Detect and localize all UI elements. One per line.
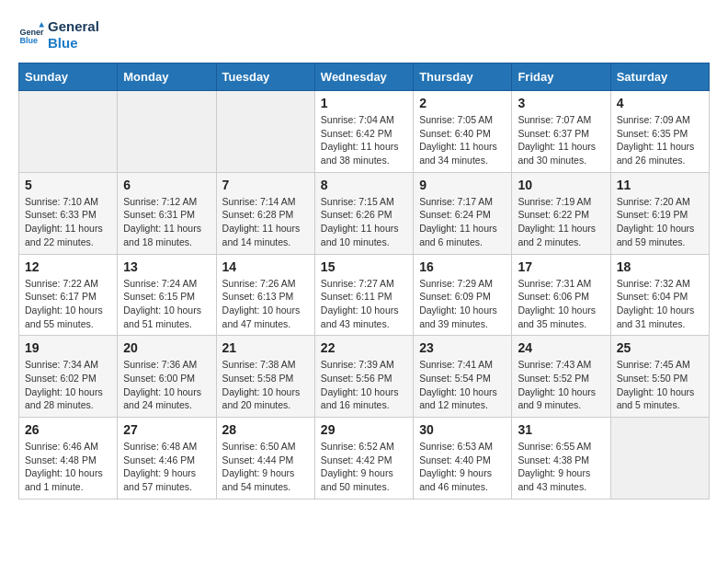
day-info: Sunrise: 7:04 AM Sunset: 6:42 PM Dayligh… xyxy=(321,113,407,167)
calendar-cell: 16Sunrise: 7:29 AM Sunset: 6:09 PM Dayli… xyxy=(414,254,512,336)
day-info: Sunrise: 6:46 AM Sunset: 4:48 PM Dayligh… xyxy=(25,440,111,494)
day-number: 8 xyxy=(321,178,407,192)
day-number: 24 xyxy=(518,340,604,355)
day-info: Sunrise: 7:22 AM Sunset: 6:17 PM Dayligh… xyxy=(25,277,111,331)
logo: General Blue General Blue xyxy=(18,18,99,52)
calendar-cell: 31Sunrise: 6:55 AM Sunset: 4:38 PM Dayli… xyxy=(512,418,610,500)
calendar-cell: 26Sunrise: 6:46 AM Sunset: 4:48 PM Dayli… xyxy=(19,418,118,500)
day-number: 28 xyxy=(222,422,309,437)
day-number: 10 xyxy=(518,178,604,192)
calendar-cell: 21Sunrise: 7:38 AM Sunset: 5:58 PM Dayli… xyxy=(216,336,314,418)
day-number: 25 xyxy=(617,340,703,355)
day-info: Sunrise: 7:15 AM Sunset: 6:26 PM Dayligh… xyxy=(321,195,407,249)
day-info: Sunrise: 7:05 AM Sunset: 6:40 PM Dayligh… xyxy=(419,113,506,167)
logo-text: General xyxy=(48,18,99,35)
day-info: Sunrise: 7:20 AM Sunset: 6:19 PM Dayligh… xyxy=(617,195,703,249)
day-info: Sunrise: 7:34 AM Sunset: 6:02 PM Dayligh… xyxy=(25,358,111,412)
day-info: Sunrise: 7:17 AM Sunset: 6:24 PM Dayligh… xyxy=(419,195,506,249)
calendar-cell: 13Sunrise: 7:24 AM Sunset: 6:15 PM Dayli… xyxy=(118,254,216,336)
day-number: 16 xyxy=(419,259,506,274)
day-info: Sunrise: 7:14 AM Sunset: 6:28 PM Dayligh… xyxy=(222,195,309,249)
weekday-header-tuesday: Tuesday xyxy=(216,63,314,91)
calendar-cell: 20Sunrise: 7:36 AM Sunset: 6:00 PM Dayli… xyxy=(118,336,216,418)
day-number: 5 xyxy=(25,178,111,192)
calendar-cell: 5Sunrise: 7:10 AM Sunset: 6:33 PM Daylig… xyxy=(19,172,118,254)
day-number: 27 xyxy=(123,422,210,437)
day-number: 11 xyxy=(617,178,703,192)
svg-marker-2 xyxy=(39,22,44,28)
calendar-cell xyxy=(216,91,314,173)
logo-icon: General Blue xyxy=(18,22,44,48)
day-info: Sunrise: 6:52 AM Sunset: 4:42 PM Dayligh… xyxy=(321,440,407,494)
day-info: Sunrise: 7:36 AM Sunset: 6:00 PM Dayligh… xyxy=(123,358,210,412)
day-info: Sunrise: 7:39 AM Sunset: 5:56 PM Dayligh… xyxy=(321,358,407,412)
calendar-cell: 9Sunrise: 7:17 AM Sunset: 6:24 PM Daylig… xyxy=(414,172,512,254)
day-info: Sunrise: 6:55 AM Sunset: 4:38 PM Dayligh… xyxy=(518,440,604,494)
weekday-header-friday: Friday xyxy=(512,63,610,91)
day-number: 23 xyxy=(419,340,506,355)
day-number: 9 xyxy=(419,178,506,192)
day-number: 14 xyxy=(222,259,309,274)
calendar-cell: 6Sunrise: 7:12 AM Sunset: 6:31 PM Daylig… xyxy=(118,172,216,254)
calendar-cell: 3Sunrise: 7:07 AM Sunset: 6:37 PM Daylig… xyxy=(512,91,610,173)
day-number: 21 xyxy=(222,340,309,355)
calendar-cell: 23Sunrise: 7:41 AM Sunset: 5:54 PM Dayli… xyxy=(414,336,512,418)
day-info: Sunrise: 7:10 AM Sunset: 6:33 PM Dayligh… xyxy=(25,195,111,249)
weekday-header-saturday: Saturday xyxy=(610,63,709,91)
calendar-cell: 29Sunrise: 6:52 AM Sunset: 4:42 PM Dayli… xyxy=(314,418,413,500)
calendar-cell: 25Sunrise: 7:45 AM Sunset: 5:50 PM Dayli… xyxy=(610,336,709,418)
day-info: Sunrise: 7:31 AM Sunset: 6:06 PM Dayligh… xyxy=(518,277,604,331)
calendar-cell: 28Sunrise: 6:50 AM Sunset: 4:44 PM Dayli… xyxy=(216,418,314,500)
weekday-header-monday: Monday xyxy=(118,63,216,91)
calendar-table: SundayMondayTuesdayWednesdayThursdayFrid… xyxy=(18,63,710,500)
calendar-cell: 17Sunrise: 7:31 AM Sunset: 6:06 PM Dayli… xyxy=(512,254,610,336)
day-info: Sunrise: 7:41 AM Sunset: 5:54 PM Dayligh… xyxy=(419,358,506,412)
calendar-cell: 12Sunrise: 7:22 AM Sunset: 6:17 PM Dayli… xyxy=(19,254,118,336)
calendar-cell: 30Sunrise: 6:53 AM Sunset: 4:40 PM Dayli… xyxy=(414,418,512,500)
calendar-cell: 22Sunrise: 7:39 AM Sunset: 5:56 PM Dayli… xyxy=(314,336,413,418)
weekday-header-sunday: Sunday xyxy=(19,63,118,91)
day-number: 7 xyxy=(222,178,309,192)
day-info: Sunrise: 7:12 AM Sunset: 6:31 PM Dayligh… xyxy=(123,195,210,249)
day-number: 2 xyxy=(419,96,506,110)
day-info: Sunrise: 7:26 AM Sunset: 6:13 PM Dayligh… xyxy=(222,277,309,331)
weekday-header-wednesday: Wednesday xyxy=(314,63,413,91)
day-info: Sunrise: 6:50 AM Sunset: 4:44 PM Dayligh… xyxy=(222,440,309,494)
day-number: 13 xyxy=(123,259,210,274)
calendar-cell: 27Sunrise: 6:48 AM Sunset: 4:46 PM Dayli… xyxy=(118,418,216,500)
day-info: Sunrise: 7:29 AM Sunset: 6:09 PM Dayligh… xyxy=(419,277,506,331)
day-info: Sunrise: 6:53 AM Sunset: 4:40 PM Dayligh… xyxy=(419,440,506,494)
day-number: 12 xyxy=(25,259,111,274)
logo-blue-text: Blue xyxy=(48,35,99,52)
calendar-cell: 19Sunrise: 7:34 AM Sunset: 6:02 PM Dayli… xyxy=(19,336,118,418)
calendar-cell: 14Sunrise: 7:26 AM Sunset: 6:13 PM Dayli… xyxy=(216,254,314,336)
calendar-cell: 24Sunrise: 7:43 AM Sunset: 5:52 PM Dayli… xyxy=(512,336,610,418)
day-number: 31 xyxy=(518,422,604,437)
day-number: 29 xyxy=(321,422,407,437)
calendar-cell xyxy=(610,418,709,500)
calendar-cell: 1Sunrise: 7:04 AM Sunset: 6:42 PM Daylig… xyxy=(314,91,413,173)
day-info: Sunrise: 7:07 AM Sunset: 6:37 PM Dayligh… xyxy=(518,113,604,167)
day-number: 20 xyxy=(123,340,210,355)
calendar-cell: 11Sunrise: 7:20 AM Sunset: 6:19 PM Dayli… xyxy=(610,172,709,254)
day-info: Sunrise: 7:09 AM Sunset: 6:35 PM Dayligh… xyxy=(617,113,703,167)
day-info: Sunrise: 7:24 AM Sunset: 6:15 PM Dayligh… xyxy=(123,277,210,331)
day-info: Sunrise: 7:19 AM Sunset: 6:22 PM Dayligh… xyxy=(518,195,604,249)
day-info: Sunrise: 7:27 AM Sunset: 6:11 PM Dayligh… xyxy=(321,277,407,331)
day-number: 4 xyxy=(617,96,703,110)
calendar-cell: 2Sunrise: 7:05 AM Sunset: 6:40 PM Daylig… xyxy=(414,91,512,173)
day-info: Sunrise: 7:43 AM Sunset: 5:52 PM Dayligh… xyxy=(518,358,604,412)
day-number: 26 xyxy=(25,422,111,437)
weekday-header-thursday: Thursday xyxy=(414,63,512,91)
calendar-cell: 15Sunrise: 7:27 AM Sunset: 6:11 PM Dayli… xyxy=(314,254,413,336)
day-info: Sunrise: 6:48 AM Sunset: 4:46 PM Dayligh… xyxy=(123,440,210,494)
day-number: 1 xyxy=(321,96,407,110)
calendar-cell: 7Sunrise: 7:14 AM Sunset: 6:28 PM Daylig… xyxy=(216,172,314,254)
day-number: 17 xyxy=(518,259,604,274)
day-number: 15 xyxy=(321,259,407,274)
day-number: 18 xyxy=(617,259,703,274)
calendar-cell xyxy=(19,91,118,173)
day-info: Sunrise: 7:45 AM Sunset: 5:50 PM Dayligh… xyxy=(617,358,703,412)
day-info: Sunrise: 7:38 AM Sunset: 5:58 PM Dayligh… xyxy=(222,358,309,412)
day-number: 30 xyxy=(419,422,506,437)
